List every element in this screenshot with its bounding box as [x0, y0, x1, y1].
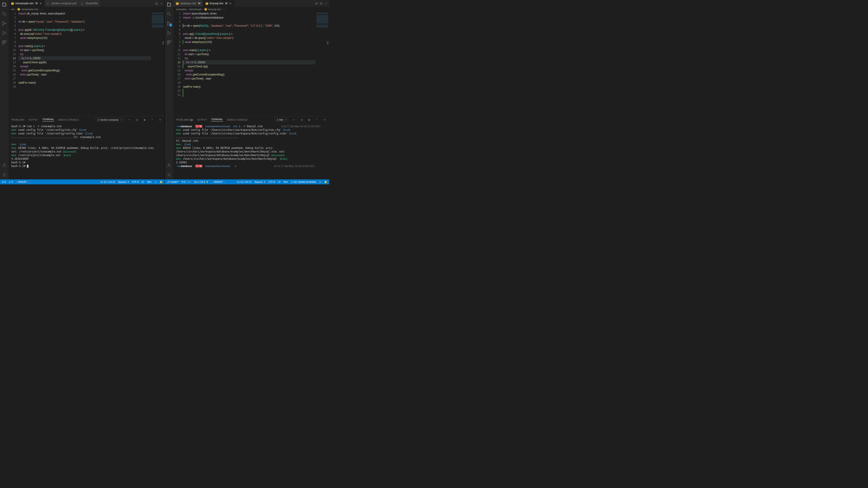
- crumb-file[interactable]: nimsample.nim: [21, 8, 38, 11]
- status-feedback-icon[interactable]: ☺: [154, 181, 157, 183]
- tab-problems[interactable]: PROBLEMS1: [176, 119, 193, 121]
- kill-terminal-icon[interactable]: 🗑: [143, 119, 147, 121]
- maximize-panel-icon[interactable]: ⌃: [151, 119, 154, 121]
- debug-icon[interactable]: [2, 30, 7, 36]
- svg-rect-13: [167, 41, 168, 42]
- more-icon[interactable]: ⋯: [324, 2, 327, 5]
- crumb-folder[interactable]: examples: [176, 8, 187, 11]
- status-warnings[interactable]: ⚠ 0: [8, 181, 13, 184]
- split-editor-icon[interactable]: ◫: [320, 2, 322, 5]
- tab-bmysql[interactable]: 👑bmysql.nimM✕: [203, 0, 235, 7]
- split-terminal-icon[interactable]: ◫: [135, 119, 139, 121]
- status-cursor-pos[interactable]: Ln 12, Col 21: [100, 181, 115, 183]
- right-statusbar: ⎇ master* ⟲ 0↓ 1↑ Go 1.16.3 ⚡ -- INSERT …: [165, 180, 329, 184]
- extensions-icon[interactable]: [166, 40, 172, 45]
- tab-actions: ⇄ ◫ ⋯: [313, 0, 329, 7]
- status-go-update[interactable]: ⚠ Go Update Available: [291, 181, 316, 184]
- status-bell-icon[interactable]: 🔔: [160, 181, 163, 184]
- tab-problems[interactable]: PROBLEMS: [11, 119, 24, 121]
- close-icon[interactable]: ✕: [229, 2, 232, 5]
- nim-file-icon: 👑: [204, 8, 207, 11]
- search-icon[interactable]: [166, 11, 172, 17]
- svg-point-2: [2, 24, 4, 25]
- terminal-select[interactable]: 1: fish: [275, 118, 288, 122]
- account-icon[interactable]: [166, 163, 172, 168]
- debug-icon[interactable]: [166, 30, 172, 36]
- status-encoding[interactable]: UTF-8: [268, 181, 275, 183]
- tab-docker-compose[interactable]: ▯docker-compose.yml: [45, 0, 79, 7]
- extensions-icon[interactable]: [2, 40, 7, 45]
- chevron-icon: ›: [203, 8, 204, 11]
- status-indentation[interactable]: Spaces: 2: [118, 181, 129, 183]
- left-code[interactable]: import db_mysql, times, asyncdispatchlet…: [19, 11, 151, 116]
- right-code[interactable]: import asyncdispatch, timesimport ../../…: [183, 11, 316, 116]
- app-root: 👑nimsample.nimM✕ ▯docker-compose.yml ▯Do…: [0, 0, 329, 184]
- left-editor[interactable]: 12345678910111213141516171819 import db_…: [8, 11, 164, 116]
- status-encoding[interactable]: UTF-8: [132, 181, 139, 183]
- status-branch[interactable]: ⎇ master*: [166, 181, 179, 184]
- maximize-panel-icon[interactable]: ⌃: [315, 119, 319, 121]
- panel-tab-bar: PROBLEMS OUTPUT TERMINAL DEBUG CONSOLE 1…: [8, 116, 164, 123]
- nim-file-icon: 👑: [176, 2, 179, 5]
- tab-output[interactable]: OUTPUT: [29, 119, 38, 121]
- svg-rect-4: [2, 41, 4, 42]
- crumb-folder[interactable]: benchmark: [189, 8, 202, 11]
- more-icon[interactable]: ⋯: [160, 2, 163, 5]
- status-errors[interactable]: ⊘ 0: [2, 181, 6, 184]
- explorer-icon[interactable]: [2, 2, 7, 7]
- chevron-icon: ›: [188, 8, 188, 11]
- status-eol[interactable]: LF: [142, 181, 145, 183]
- tab-database[interactable]: 👑database.nimM: [174, 0, 203, 7]
- chevron-icon: ›: [16, 8, 17, 11]
- status-indentation[interactable]: Spaces: 2: [254, 181, 266, 183]
- minimap[interactable]: [315, 11, 329, 116]
- tab-debug-console[interactable]: DEBUG CONSOLE: [58, 119, 79, 121]
- tab-terminal[interactable]: TERMINAL: [211, 118, 223, 122]
- tab-label: bmysql.nim: [210, 2, 223, 5]
- kill-terminal-icon[interactable]: 🗑: [307, 119, 311, 121]
- settings-icon[interactable]: [166, 172, 172, 177]
- split-editor-icon[interactable]: ◫: [155, 2, 158, 5]
- right-terminal[interactable]: ~/w/database ☐ *$ examples/benchmark nim…: [174, 123, 329, 180]
- chevron-icon: ›: [222, 8, 223, 11]
- search-icon[interactable]: [2, 11, 7, 17]
- crumb-more[interactable]: ...: [223, 8, 225, 11]
- tab-output[interactable]: OUTPUT: [197, 119, 207, 121]
- left-terminal[interactable]: bash-5.1# nim c -r nimsample.nim Hint: u…: [8, 123, 164, 180]
- new-terminal-icon[interactable]: +: [292, 119, 296, 121]
- crumb-file[interactable]: bmysql.nim: [208, 8, 221, 11]
- status-bell-icon[interactable]: 🔔: [324, 181, 327, 184]
- tab-nimsample[interactable]: 👑nimsample.nimM✕: [8, 0, 45, 7]
- typography-indicator: T: [162, 41, 164, 46]
- explorer-icon[interactable]: [166, 2, 172, 7]
- status-go-version[interactable]: Go 1.16.3 ⚡: [194, 181, 209, 184]
- compare-icon[interactable]: ⇄: [315, 2, 318, 5]
- minimap[interactable]: [151, 11, 164, 116]
- tab-debug-console[interactable]: DEBUG CONSOLE: [227, 119, 248, 121]
- close-icon[interactable]: ✕: [39, 2, 42, 5]
- scm-icon[interactable]: [2, 21, 7, 26]
- right-editor[interactable]: 123456789101112131415161718192021 import…: [174, 11, 329, 116]
- status-feedback-icon[interactable]: ☺: [319, 181, 321, 183]
- terminal-select[interactable]: 1: docker-compose: [95, 118, 123, 122]
- tab-dockerfile[interactable]: ▯Dockerfile: [79, 0, 100, 7]
- status-language[interactable]: Nim: [283, 181, 288, 183]
- close-panel-icon[interactable]: ✕: [323, 119, 327, 121]
- account-icon[interactable]: [2, 163, 7, 168]
- status-eol[interactable]: LF: [278, 181, 281, 183]
- status-vim-mode: -- INSERT --: [212, 181, 225, 183]
- left-breadcrumb[interactable]: src› 👑nimsample.nim› ...: [8, 7, 164, 11]
- status-language[interactable]: Nim: [147, 181, 152, 183]
- tab-terminal[interactable]: TERMINAL: [42, 118, 54, 122]
- status-cursor-pos[interactable]: Ln 13, Col 21: [237, 181, 252, 183]
- crumb-folder[interactable]: src: [11, 8, 15, 11]
- status-sync[interactable]: ⟲ 0↓ 1↑: [181, 181, 191, 184]
- right-breadcrumb[interactable]: examples› benchmark› 👑bmysql.nim› ...: [174, 7, 329, 11]
- split-terminal-icon[interactable]: ◫: [300, 119, 303, 121]
- crumb-more[interactable]: ...: [41, 8, 43, 11]
- svg-point-1: [2, 22, 4, 23]
- scm-icon[interactable]: 3: [166, 21, 172, 26]
- settings-icon[interactable]: [2, 172, 7, 177]
- close-panel-icon[interactable]: ✕: [158, 119, 162, 121]
- new-terminal-icon[interactable]: +: [127, 119, 131, 121]
